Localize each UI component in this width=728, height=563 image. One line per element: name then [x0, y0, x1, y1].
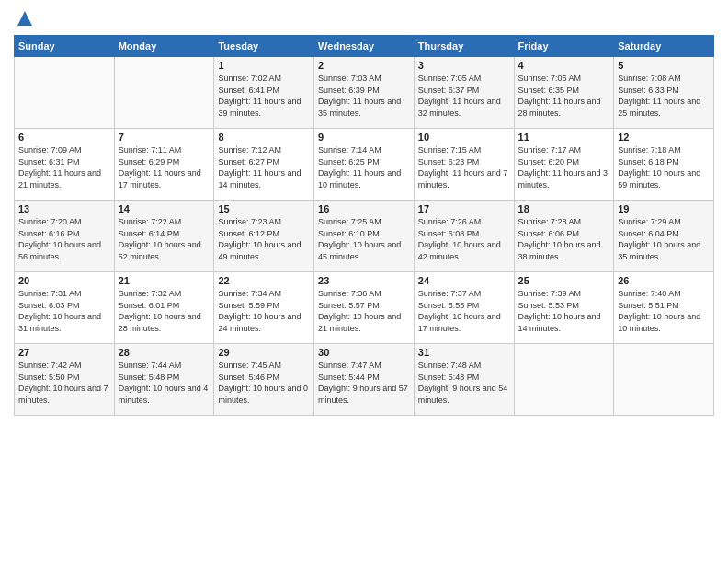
week-row-2: 6Sunrise: 7:09 AM Sunset: 6:31 PM Daylig… — [15, 129, 714, 201]
day-info: Sunrise: 7:47 AM Sunset: 5:44 PM Dayligh… — [318, 361, 408, 405]
week-row-5: 27Sunrise: 7:42 AM Sunset: 5:50 PM Dayli… — [15, 344, 714, 416]
day-cell: 27Sunrise: 7:42 AM Sunset: 5:50 PM Dayli… — [15, 344, 115, 416]
day-cell: 30Sunrise: 7:47 AM Sunset: 5:44 PM Dayli… — [314, 344, 415, 416]
day-info: Sunrise: 7:02 AM Sunset: 6:41 PM Dayligh… — [218, 74, 301, 118]
day-cell: 24Sunrise: 7:37 AM Sunset: 5:55 PM Dayli… — [414, 272, 514, 344]
day-number: 31 — [418, 347, 510, 358]
day-info: Sunrise: 7:23 AM Sunset: 6:12 PM Dayligh… — [218, 217, 301, 261]
day-cell — [614, 344, 714, 416]
header-row: SundayMondayTuesdayWednesdayThursdayFrid… — [15, 36, 714, 57]
day-number: 25 — [518, 275, 610, 286]
day-cell: 5Sunrise: 7:08 AM Sunset: 6:33 PM Daylig… — [614, 57, 714, 129]
day-info: Sunrise: 7:32 AM Sunset: 6:01 PM Dayligh… — [119, 289, 201, 333]
day-cell: 31Sunrise: 7:48 AM Sunset: 5:43 PM Dayli… — [414, 344, 514, 416]
day-info: Sunrise: 7:45 AM Sunset: 5:46 PM Dayligh… — [218, 361, 308, 405]
col-header-monday: Monday — [114, 36, 214, 57]
day-cell: 7Sunrise: 7:11 AM Sunset: 6:29 PM Daylig… — [114, 129, 214, 201]
day-info: Sunrise: 7:20 AM Sunset: 6:16 PM Dayligh… — [18, 217, 101, 261]
day-cell: 20Sunrise: 7:31 AM Sunset: 6:03 PM Dayli… — [15, 272, 115, 344]
day-number: 9 — [318, 132, 410, 143]
day-info: Sunrise: 7:18 AM Sunset: 6:18 PM Dayligh… — [618, 145, 700, 190]
day-info: Sunrise: 7:12 AM Sunset: 6:27 PM Dayligh… — [218, 145, 301, 190]
logo — [14, 9, 34, 28]
day-number: 22 — [218, 275, 310, 286]
day-info: Sunrise: 7:37 AM Sunset: 5:55 PM Dayligh… — [418, 289, 501, 333]
day-cell: 16Sunrise: 7:25 AM Sunset: 6:10 PM Dayli… — [314, 201, 415, 272]
svg-marker-0 — [17, 11, 32, 26]
day-info: Sunrise: 7:15 AM Sunset: 6:23 PM Dayligh… — [418, 145, 508, 190]
day-cell: 28Sunrise: 7:44 AM Sunset: 5:48 PM Dayli… — [114, 344, 214, 416]
day-cell: 17Sunrise: 7:26 AM Sunset: 6:08 PM Dayli… — [414, 201, 514, 272]
day-cell: 26Sunrise: 7:40 AM Sunset: 5:51 PM Dayli… — [614, 272, 714, 344]
day-info: Sunrise: 7:14 AM Sunset: 6:25 PM Dayligh… — [318, 145, 401, 190]
col-header-friday: Friday — [514, 36, 614, 57]
day-info: Sunrise: 7:40 AM Sunset: 5:51 PM Dayligh… — [618, 289, 700, 333]
day-info: Sunrise: 7:31 AM Sunset: 6:03 PM Dayligh… — [18, 289, 101, 333]
logo-icon — [16, 9, 34, 28]
day-number: 11 — [518, 132, 610, 143]
day-cell — [114, 57, 214, 129]
week-row-1: 1Sunrise: 7:02 AM Sunset: 6:41 PM Daylig… — [15, 57, 714, 129]
day-number: 6 — [18, 132, 110, 143]
day-cell: 8Sunrise: 7:12 AM Sunset: 6:27 PM Daylig… — [214, 129, 314, 201]
day-number: 5 — [618, 60, 710, 71]
col-header-tuesday: Tuesday — [214, 36, 314, 57]
day-number: 4 — [518, 60, 610, 71]
day-info: Sunrise: 7:44 AM Sunset: 5:48 PM Dayligh… — [119, 361, 209, 405]
day-info: Sunrise: 7:17 AM Sunset: 6:20 PM Dayligh… — [518, 145, 609, 190]
header — [14, 9, 714, 28]
day-cell: 22Sunrise: 7:34 AM Sunset: 5:59 PM Dayli… — [214, 272, 314, 344]
day-info: Sunrise: 7:05 AM Sunset: 6:37 PM Dayligh… — [418, 74, 501, 118]
day-info: Sunrise: 7:03 AM Sunset: 6:39 PM Dayligh… — [318, 74, 401, 118]
day-number: 23 — [318, 275, 410, 286]
day-number: 2 — [318, 60, 410, 71]
day-cell — [514, 344, 614, 416]
day-number: 8 — [218, 132, 310, 143]
day-info: Sunrise: 7:06 AM Sunset: 6:35 PM Dayligh… — [518, 74, 601, 118]
day-number: 21 — [119, 275, 210, 286]
day-number: 12 — [618, 132, 710, 143]
day-number: 26 — [618, 275, 710, 286]
day-number: 7 — [119, 132, 210, 143]
day-number: 16 — [318, 203, 410, 214]
day-number: 28 — [119, 347, 210, 358]
day-cell: 3Sunrise: 7:05 AM Sunset: 6:37 PM Daylig… — [414, 57, 514, 129]
day-cell: 13Sunrise: 7:20 AM Sunset: 6:16 PM Dayli… — [15, 201, 115, 272]
day-number: 3 — [418, 60, 510, 71]
day-number: 24 — [418, 275, 510, 286]
day-number: 29 — [218, 347, 310, 358]
day-number: 1 — [218, 60, 310, 71]
day-info: Sunrise: 7:09 AM Sunset: 6:31 PM Dayligh… — [18, 145, 101, 190]
day-info: Sunrise: 7:25 AM Sunset: 6:10 PM Dayligh… — [318, 217, 401, 261]
week-row-3: 13Sunrise: 7:20 AM Sunset: 6:16 PM Dayli… — [15, 201, 714, 272]
day-info: Sunrise: 7:29 AM Sunset: 6:04 PM Dayligh… — [618, 217, 700, 261]
day-cell: 14Sunrise: 7:22 AM Sunset: 6:14 PM Dayli… — [114, 201, 214, 272]
day-cell — [15, 57, 115, 129]
day-number: 10 — [418, 132, 510, 143]
day-info: Sunrise: 7:34 AM Sunset: 5:59 PM Dayligh… — [218, 289, 301, 333]
day-number: 13 — [18, 203, 110, 214]
day-info: Sunrise: 7:22 AM Sunset: 6:14 PM Dayligh… — [119, 217, 201, 261]
day-number: 30 — [318, 347, 410, 358]
day-cell: 1Sunrise: 7:02 AM Sunset: 6:41 PM Daylig… — [214, 57, 314, 129]
page-container: SundayMondayTuesdayWednesdayThursdayFrid… — [0, 0, 728, 420]
day-number: 15 — [218, 203, 310, 214]
week-row-4: 20Sunrise: 7:31 AM Sunset: 6:03 PM Dayli… — [15, 272, 714, 344]
logo-text — [14, 9, 34, 28]
day-cell: 23Sunrise: 7:36 AM Sunset: 5:57 PM Dayli… — [314, 272, 415, 344]
col-header-wednesday: Wednesday — [314, 36, 415, 57]
day-info: Sunrise: 7:48 AM Sunset: 5:43 PM Dayligh… — [418, 361, 508, 405]
day-cell: 19Sunrise: 7:29 AM Sunset: 6:04 PM Dayli… — [614, 201, 714, 272]
day-cell: 10Sunrise: 7:15 AM Sunset: 6:23 PM Dayli… — [414, 129, 514, 201]
day-info: Sunrise: 7:11 AM Sunset: 6:29 PM Dayligh… — [119, 145, 201, 190]
day-number: 20 — [18, 275, 110, 286]
day-cell: 15Sunrise: 7:23 AM Sunset: 6:12 PM Dayli… — [214, 201, 314, 272]
day-number: 27 — [18, 347, 110, 358]
col-header-saturday: Saturday — [614, 36, 714, 57]
day-info: Sunrise: 7:08 AM Sunset: 6:33 PM Dayligh… — [618, 74, 700, 118]
day-info: Sunrise: 7:42 AM Sunset: 5:50 PM Dayligh… — [18, 361, 108, 405]
day-info: Sunrise: 7:39 AM Sunset: 5:53 PM Dayligh… — [518, 289, 601, 333]
day-number: 14 — [119, 203, 210, 214]
day-number: 17 — [418, 203, 510, 214]
day-cell: 11Sunrise: 7:17 AM Sunset: 6:20 PM Dayli… — [514, 129, 614, 201]
